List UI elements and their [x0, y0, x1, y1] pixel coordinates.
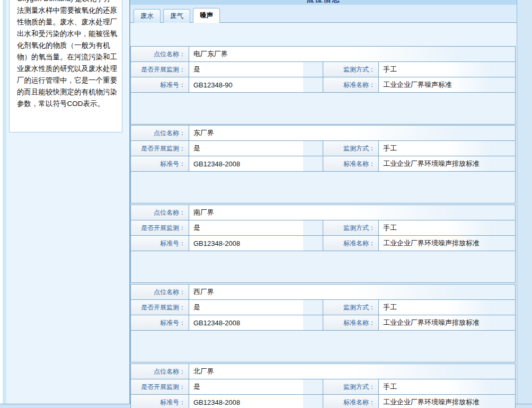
monitoring-row: 是否开展监测： 是 监测方式： 手工 — [131, 62, 515, 77]
standard-no-value: GB12348-90 — [189, 77, 303, 92]
cod-description-text: Oxygen Demand) 是以化学方法测量水样中需要被氧化的还原性物质的量。… — [17, 0, 117, 108]
row-spacer — [303, 395, 323, 408]
point-name-row: 点位名称： 北厂界 — [131, 364, 515, 379]
monitoring-carried-out-value: 是 — [189, 379, 303, 394]
right-margin-band — [517, 0, 532, 408]
point-name-label: 点位名称： — [131, 205, 189, 220]
monitoring-row: 是否开展监测： 是 监测方式： 手工 — [131, 379, 515, 395]
point-name-row: 点位名称： 南厂界 — [131, 205, 515, 220]
panel-header: 点位信息 — [130, 0, 517, 5]
standard-no-label: 标准号： — [131, 77, 189, 92]
standard-no-value: GB12348-2008 — [189, 395, 303, 408]
standard-name-value: 工业企业厂界环境噪声排放标准 — [379, 236, 515, 251]
point-name-row: 点位名称： 东厂界 — [131, 126, 515, 141]
monitoring-carried-out-value: 是 — [189, 62, 303, 77]
row-spacer — [303, 300, 323, 315]
monitoring-method-value: 手工 — [379, 62, 515, 77]
point-name-row: 点位名称： 西厂界 — [131, 285, 515, 300]
row-spacer — [303, 77, 323, 92]
standard-no-label: 标准号： — [131, 315, 189, 330]
monitoring-method-value: 手工 — [379, 379, 515, 394]
monitoring-method-value: 手工 — [379, 220, 515, 235]
monitoring-carried-out-label: 是否开展监测： — [131, 220, 189, 235]
standard-no-value: GB12348-2008 — [189, 236, 303, 251]
monitoring-method-label: 监测方式： — [323, 379, 379, 394]
point-name-label: 点位名称： — [131, 285, 189, 299]
standard-row: 标准号： GB12348-2008 标准名称： 工业企业厂界环境噪声排放标准 — [131, 315, 515, 331]
tab-waste-gas[interactable]: 废气 — [163, 9, 190, 23]
standard-name-value: 工业企业厂界环境噪声排放标准 — [379, 315, 515, 330]
monitoring-method-value: 手工 — [379, 300, 515, 315]
standard-name-value: 工业企业厂界环境噪声排放标准 — [379, 395, 515, 408]
cod-description-panel: Oxygen Demand) 是以化学方法测量水样中需要被氧化的还原性物质的量。… — [9, 0, 122, 132]
row-spacer — [303, 236, 323, 251]
monitoring-carried-out-label: 是否开展监测： — [131, 141, 189, 156]
row-spacer — [303, 141, 323, 156]
monitoring-carried-out-label: 是否开展监测： — [131, 300, 189, 315]
page-title: 点位信息 — [130, 0, 517, 4]
point-name-label: 点位名称： — [131, 364, 189, 379]
standard-row: 标准号： GB12348-2008 标准名称： 工业企业厂界环境噪声排放标准 — [131, 395, 515, 408]
category-tab-strip: 废水废气噪声 — [130, 5, 517, 23]
monitoring-method-label: 监测方式： — [323, 62, 379, 77]
monitoring-carried-out-value: 是 — [189, 141, 303, 156]
point-info-panel: 点位信息 废水废气噪声 点位名称： 电厂东厂界 是否开展监测： 是 监测方式： … — [129, 0, 517, 404]
point-info-block: 点位名称： 南厂界 是否开展监测： 是 监测方式： 手工 标准号： GB1234… — [130, 205, 516, 283]
point-info-block: 点位名称： 东厂界 是否开展监测： 是 监测方式： 手工 标准号： GB1234… — [130, 125, 516, 203]
row-spacer — [303, 379, 323, 394]
standard-name-label: 标准名称： — [323, 77, 379, 92]
monitoring-method-label: 监测方式： — [323, 220, 379, 235]
point-name-value: 电厂东厂界 — [189, 47, 515, 61]
row-spacer — [303, 62, 323, 77]
monitoring-method-label: 监测方式： — [323, 141, 379, 156]
point-info-block: 点位名称： 北厂界 是否开展监测： 是 监测方式： 手工 标准号： GB1234… — [130, 363, 516, 408]
monitoring-carried-out-value: 是 — [189, 300, 303, 315]
standard-no-label: 标准号： — [131, 236, 189, 251]
point-name-row: 点位名称： 电厂东厂界 — [131, 47, 515, 62]
point-name-value: 东厂界 — [189, 126, 515, 140]
point-name-value: 南厂界 — [189, 205, 515, 220]
standard-name-label: 标准名称： — [323, 236, 379, 251]
monitoring-row: 是否开展监测： 是 监测方式： 手工 — [131, 300, 515, 315]
standard-row: 标准号： GB12348-2008 标准名称： 工业企业厂界环境噪声排放标准 — [131, 156, 515, 172]
standard-name-value: 工业企业厂界噪声标准 — [379, 77, 515, 92]
point-name-value: 西厂界 — [189, 285, 515, 299]
tab-noise[interactable]: 噪声 — [193, 8, 220, 23]
monitoring-method-value: 手工 — [379, 141, 515, 156]
point-name-label: 点位名称： — [131, 47, 189, 61]
point-info-block: 点位名称： 西厂界 是否开展监测： 是 监测方式： 手工 标准号： GB1234… — [130, 284, 516, 362]
standard-name-label: 标准名称： — [323, 156, 379, 171]
standard-no-value: GB12348-2008 — [189, 156, 303, 171]
point-info-block: 点位名称： 电厂东厂界 是否开展监测： 是 监测方式： 手工 标准号： GB12… — [130, 46, 516, 125]
point-name-value: 北厂界 — [189, 364, 515, 379]
standard-no-label: 标准号： — [131, 395, 189, 408]
monitoring-row: 是否开展监测： 是 监测方式： 手工 — [131, 220, 515, 236]
standard-name-value: 工业企业厂界环境噪声排放标准 — [379, 156, 515, 171]
monitoring-carried-out-label: 是否开展监测： — [131, 379, 189, 394]
monitoring-carried-out-value: 是 — [189, 220, 303, 235]
left-edge-accent-strip — [3, 0, 6, 404]
point-name-label: 点位名称： — [131, 126, 189, 140]
monitoring-row: 是否开展监测： 是 监测方式： 手工 — [131, 141, 515, 156]
standard-no-label: 标准号： — [131, 156, 189, 171]
tab-wastewater[interactable]: 废水 — [134, 9, 161, 23]
row-spacer — [303, 156, 323, 171]
standard-name-label: 标准名称： — [323, 315, 379, 330]
standard-no-value: GB12348-2008 — [189, 315, 303, 330]
monitoring-carried-out-label: 是否开展监测： — [131, 62, 189, 77]
standard-row: 标准号： GB12348-90 标准名称： 工业企业厂界噪声标准 — [131, 77, 515, 93]
row-spacer — [303, 220, 323, 235]
standard-row: 标准号： GB12348-2008 标准名称： 工业企业厂界环境噪声排放标准 — [131, 236, 515, 251]
row-spacer — [303, 315, 323, 330]
monitoring-method-label: 监测方式： — [323, 300, 379, 315]
standard-name-label: 标准名称： — [323, 395, 379, 408]
